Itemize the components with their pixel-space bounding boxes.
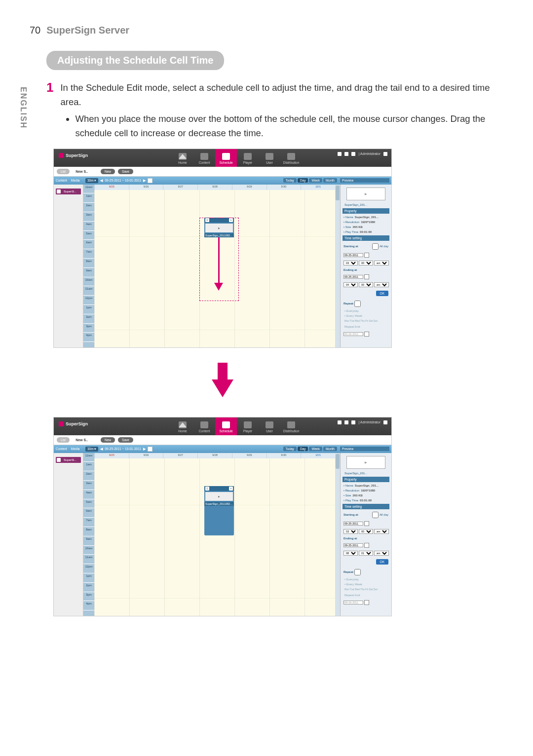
list-button[interactable]: List — [57, 437, 70, 443]
end-date-input[interactable] — [343, 275, 363, 279]
event-resize-top-icon[interactable]: ≡ — [205, 218, 209, 222]
media-tab[interactable]: Media — [71, 447, 80, 451]
view-month[interactable]: Month — [323, 178, 337, 183]
scrollbar[interactable] — [335, 453, 340, 616]
end-date-input[interactable] — [343, 543, 363, 547]
nav-content[interactable]: Content — [193, 417, 215, 435]
tab-new-schedule[interactable]: New S.. — [73, 170, 91, 173]
end-min[interactable]: 00 — [359, 282, 373, 287]
today-button[interactable]: Today — [283, 178, 297, 183]
start-ampm[interactable]: am — [374, 529, 389, 534]
time-label: 9am — [83, 268, 94, 277]
calendar-icon[interactable] — [148, 447, 152, 452]
schedule-grid[interactable]: 9/259/269/279/289/299/3010/1≡×▶SuperSign… — [94, 458, 335, 616]
step-text: In the Schedule Edit mode, select a sche… — [60, 81, 503, 109]
new-button[interactable]: New — [101, 169, 115, 174]
sidebar-item[interactable]: SuperSi... — [56, 189, 81, 194]
schedule-grid[interactable]: 9/259/269/279/289/299/3010/1≡×▶SuperSign… — [94, 190, 335, 347]
prev-week-button[interactable]: ◀ — [100, 447, 103, 451]
tab-new-schedule[interactable]: New S.. — [73, 438, 91, 442]
content-tab[interactable]: Content — [56, 447, 67, 451]
nav-label: Schedule — [219, 161, 232, 164]
prev-week-button[interactable]: ◀ — [100, 179, 103, 183]
calendar-icon[interactable] — [364, 253, 369, 258]
view-month[interactable]: Month — [323, 447, 337, 451]
ok-button[interactable]: OK — [376, 291, 388, 296]
view-week[interactable]: Week — [309, 178, 322, 183]
end-min[interactable]: 01 — [359, 551, 373, 556]
timesetting-header: Time setting — [343, 504, 389, 509]
time-label: 2pm — [83, 314, 94, 324]
nav-user[interactable]: User — [259, 417, 280, 435]
repeat-limit-date[interactable] — [343, 601, 363, 605]
media-tab[interactable]: Media — [71, 179, 80, 182]
screenshot-before: SuperSignHomeContentSchedulePlayerUserDi… — [53, 149, 392, 348]
nav-player[interactable]: Player — [237, 417, 259, 435]
end-hour[interactable]: 08 — [343, 551, 358, 556]
end-ampm[interactable]: am — [374, 282, 389, 287]
calendar-icon[interactable] — [364, 274, 369, 279]
app-logo: SuperSign — [54, 149, 93, 162]
event-close-icon[interactable]: × — [229, 218, 233, 222]
next-week-button[interactable]: ▶ — [143, 179, 146, 183]
header-title: SuperSign Server — [46, 25, 129, 36]
allday-checkbox[interactable] — [372, 512, 379, 518]
distribution-icon — [287, 421, 295, 428]
scrollbar[interactable] — [335, 185, 340, 347]
end-hour[interactable]: 04 — [343, 282, 358, 287]
zoom-select[interactable]: 30m ▾ — [85, 447, 98, 452]
next-week-button[interactable]: ▶ — [143, 447, 146, 451]
start-min[interactable]: 00 — [359, 529, 373, 534]
start-date-input[interactable] — [343, 253, 363, 257]
start-hour[interactable]: 03 — [343, 529, 358, 534]
calendar-icon[interactable] — [364, 521, 369, 526]
time-label: 12pm — [83, 296, 94, 305]
nav-schedule[interactable]: Schedule — [215, 417, 237, 435]
start-min[interactable]: 00 — [359, 261, 373, 265]
start-hour[interactable]: 03 — [343, 261, 358, 265]
new-button[interactable]: New — [101, 437, 115, 443]
schedule-cell[interactable]: ≡×▶SuperSign_20110824_01 — [204, 486, 234, 535]
calendar-icon[interactable] — [364, 543, 369, 548]
repeat-everyday: • Everyday — [343, 578, 389, 581]
nav-home[interactable]: Home — [172, 149, 193, 167]
time-label: 1am — [83, 462, 94, 471]
repeat-everyweek: • Every Week — [343, 314, 389, 317]
calendar-icon[interactable] — [364, 600, 369, 605]
sidebar-item[interactable]: SuperSi... — [56, 457, 81, 463]
save-button[interactable]: Save — [118, 437, 133, 443]
nav-schedule[interactable]: Schedule — [215, 149, 237, 167]
end-ampm[interactable]: am — [374, 551, 389, 556]
list-button[interactable]: List — [57, 169, 70, 174]
user-icon — [266, 153, 273, 160]
schedule-cell[interactable]: ≡×▶SuperSign_20110824_01 — [204, 218, 234, 237]
repeat-checkbox[interactable] — [354, 301, 361, 307]
nav-user[interactable]: User — [259, 149, 280, 167]
ok-button[interactable]: OK — [376, 559, 388, 565]
start-ampm[interactable]: am — [374, 261, 389, 265]
nav-content[interactable]: Content — [193, 149, 215, 167]
view-day[interactable]: Day — [298, 447, 308, 451]
repeat-checkbox[interactable] — [354, 569, 361, 575]
calendar-icon[interactable] — [148, 178, 152, 183]
repeat-limit-date[interactable] — [343, 332, 363, 336]
time-label: 8am — [83, 527, 94, 536]
content-tab[interactable]: Content — [56, 179, 67, 182]
repeat-everyday: • Everyday — [343, 309, 389, 312]
nav-distribution[interactable]: Distribution — [280, 149, 302, 167]
today-button[interactable]: Today — [283, 447, 297, 451]
nav-home[interactable]: Home — [172, 417, 193, 435]
view-day[interactable]: Day — [298, 178, 308, 183]
nav-player[interactable]: Player — [237, 149, 259, 167]
day-header: 9/28 — [197, 453, 232, 458]
event-close-icon[interactable]: × — [229, 487, 233, 491]
nav-distribution[interactable]: Distribution — [280, 417, 302, 435]
calendar-icon[interactable] — [364, 332, 369, 337]
time-label: 4am — [83, 222, 94, 231]
allday-checkbox[interactable] — [372, 243, 379, 250]
start-date-input[interactable] — [343, 522, 363, 526]
zoom-select[interactable]: 30m ▾ — [85, 178, 98, 183]
event-resize-top-icon[interactable]: ≡ — [205, 487, 209, 491]
save-button[interactable]: Save — [118, 169, 133, 174]
view-week[interactable]: Week — [309, 447, 322, 451]
